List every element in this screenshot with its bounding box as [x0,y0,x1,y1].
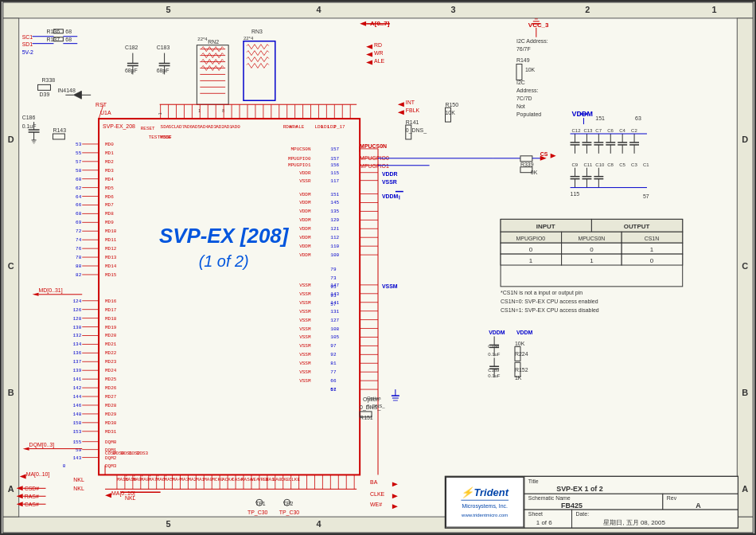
svg-text:VDDM: VDDM [299,209,311,214]
svg-text:RN2: RN2 [208,39,219,45]
svg-text:FBLK: FBLK [406,107,420,113]
svg-text:B: B [742,388,748,397]
svg-text:CS: CS [540,151,548,157]
svg-text:VSSR: VSSR [299,178,311,184]
svg-text:73: 73 [330,275,337,281]
svg-text:MD27: MD27 [105,394,117,400]
svg-text:10K: 10K [515,341,525,346]
svg-text:C183: C183 [157,45,170,50]
svg-text:U1A: U1A [100,110,111,115]
svg-text:Populated: Populated [516,111,541,118]
svg-text:1: 1 [650,246,654,253]
svg-text:SC1: SC1 [22,34,33,40]
svg-text:NKL: NKL [73,486,84,491]
svg-text:R224: R224 [515,351,528,357]
svg-text:VSSM: VSSM [299,283,311,288]
svg-text:58: 58 [76,168,82,174]
svg-text:55: 55 [76,150,82,156]
svg-rect-624 [446,477,523,527]
svg-text:57: 57 [330,387,337,392]
svg-text:72: 72 [76,228,82,234]
svg-text:151: 151 [595,115,605,121]
svg-text:Not: Not [516,103,525,109]
svg-text:R149: R149 [516,57,530,63]
svg-text:RESET: RESET [141,126,155,131]
svg-text:INT: INT [406,100,415,105]
svg-text:R339: R339 [520,162,534,167]
svg-text:1: 1 [158,112,162,115]
svg-text:NKL: NKL [73,477,84,482]
svg-text:5V-2: 5V-2 [22,49,33,55]
svg-text:68: 68 [65,29,72,34]
svg-text:79: 79 [330,267,337,272]
svg-text:R141: R141 [406,119,419,125]
svg-rect-245 [197,45,228,105]
svg-text:121: 121 [330,226,339,232]
svg-text:0_DNS_: 0_DNS_ [367,404,385,408]
svg-text:146: 146 [73,403,82,408]
svg-text:RD: RD [374,42,382,48]
svg-text:MD14: MD14 [105,264,117,269]
svg-text:VDDM: VDDM [516,329,533,334]
svg-text:C5: C5 [619,162,625,167]
svg-text:VSSM: VSSM [382,283,398,289]
svg-text:D: D [8,135,14,144]
svg-text:MD13: MD13 [105,255,117,260]
svg-text:RST: RST [95,102,107,107]
svg-text:*CS1N is not a input or output: *CS1N is not a input or output pin [501,290,583,296]
svg-text:0: 0 [63,463,66,469]
svg-text:0: 0 [529,246,533,253]
svg-text:MD2: MD2 [105,159,114,165]
svg-text:C: C [742,261,748,271]
svg-text:VSSM: VSSM [299,334,311,340]
svg-text:115: 115 [571,191,580,197]
svg-text:141: 141 [330,300,339,306]
svg-text:MD25: MD25 [105,377,117,382]
svg-text:1K: 1K [515,375,522,381]
svg-text:10K: 10K [445,110,455,115]
svg-text:115: 115 [330,170,339,176]
svg-text:MD8: MD8 [105,211,114,217]
svg-text:VSSM: VSSM [299,291,311,297]
svg-text:1: 1 [711,5,716,14]
svg-text:156: 156 [330,162,339,168]
svg-text:3: 3 [450,5,455,14]
svg-text:VSSM: VSSM [299,300,311,306]
svg-text:5: 5 [166,5,171,14]
svg-text:82: 82 [76,272,82,278]
svg-text:VDDM: VDDM [382,193,399,199]
svg-text:10K: 10K [525,67,536,72]
svg-text:MD4: MD4 [105,177,114,182]
svg-text:57: 57 [76,159,82,165]
svg-text:DQM2: DQM2 [105,455,117,461]
svg-text:RN3: RN3 [251,29,263,34]
svg-text:MPUGPIO0: MPUGPIO0 [360,155,389,161]
svg-text:134: 134 [73,342,82,347]
svg-text:IN4148: IN4148 [57,88,76,93]
svg-text:66: 66 [330,378,337,384]
svg-text:4: 4 [316,519,321,529]
svg-text:108: 108 [330,326,339,332]
svg-text:139: 139 [73,368,82,373]
svg-text:57: 57 [643,193,649,199]
svg-text:星期日, 五月 08, 2005: 星期日, 五月 08, 2005 [603,519,665,526]
svg-text:DQM3: DQM3 [105,463,117,469]
svg-text:BA: BA [370,479,378,485]
svg-text:MD21: MD21 [105,342,117,347]
svg-text:MD18: MD18 [105,316,117,322]
svg-text:R150: R150 [445,102,458,107]
svg-text:DQM0: DQM0 [105,439,117,445]
svg-text:148: 148 [73,412,82,417]
svg-text:117: 117 [330,178,339,184]
svg-text:53: 53 [76,142,82,147]
svg-rect-2 [3,2,753,18]
svg-text:Sheet: Sheet [528,511,543,517]
svg-text:0_DNS_: 0_DNS_ [406,127,427,134]
svg-text:81: 81 [330,361,337,366]
svg-text:DOS3: DOS3 [137,451,149,456]
svg-text:74: 74 [76,237,82,243]
schematic-container: 5 4 3 2 1 5 4 3 2 1 D C B A D C B A SVP-… [0,0,756,535]
svg-text:C10: C10 [595,162,605,167]
svg-text:4: 4 [316,5,321,14]
svg-text:MD12: MD12 [105,246,117,252]
